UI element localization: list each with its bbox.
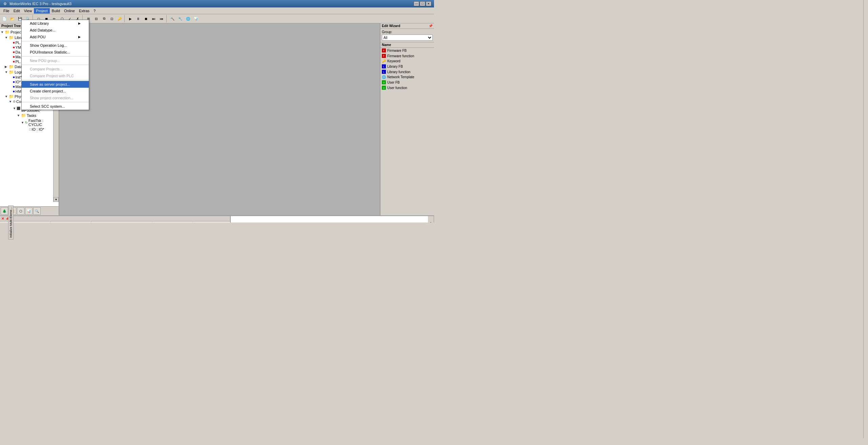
edit-wizard-panel: Edit Wizard 📌 Group: All Name F Firmware…	[380, 23, 434, 215]
expand-icon-res: ▼	[13, 107, 16, 110]
bottom-left-header: ✕ 📌	[0, 216, 230, 221]
bottom-left-close[interactable]: ✕	[1, 217, 4, 220]
toolbar-btn-1[interactable]: 📄	[1, 15, 8, 22]
folder-icon-lg: 📁	[9, 70, 14, 75]
folder-icon-tasks: 📁	[21, 113, 26, 118]
pou-icon-4: ■	[13, 90, 15, 93]
toolbar-btn-16[interactable]: ▶	[127, 15, 134, 22]
panel-tab-1[interactable]: 🌲	[1, 207, 8, 215]
sep-4	[22, 80, 89, 80]
center-panel	[59, 23, 380, 215]
task-icon: ↻	[25, 121, 28, 124]
menu-extras[interactable]: Extras	[77, 8, 91, 14]
io-icon: □	[29, 128, 31, 131]
multi-element-tab[interactable]: Initialize Multi-Eleme...	[8, 206, 14, 222]
minimize-button[interactable]: —	[414, 1, 419, 6]
toolbar-sep-3	[124, 15, 126, 22]
title-bar-controls[interactable]: — □ ✕	[414, 1, 431, 6]
scroll-down-btn[interactable]: ▼	[54, 197, 59, 202]
toolbar-btn-19[interactable]: ⏭	[150, 15, 158, 22]
wizard-group-label: Group:	[382, 30, 433, 34]
wizard-list: F Firmware FB F Firmware function 🔑 Keyw…	[380, 48, 434, 215]
panel-tab-3[interactable]: ⬡	[17, 207, 24, 215]
expand-icon-fast: ▼	[21, 121, 24, 124]
toolbar-btn-22[interactable]: 🔧	[177, 15, 184, 22]
menu-create-client-project[interactable]: Create client project...	[22, 88, 89, 94]
menu-file[interactable]: File	[1, 8, 12, 14]
wizard-item-lib-fb[interactable]: L Library FB	[380, 64, 434, 69]
folder-icon-ph: 📁	[9, 94, 14, 99]
pou-icon-2: ■	[13, 80, 15, 84]
folder-icon-lib: 📁	[9, 35, 14, 40]
expand-icon-cfg: ▼	[9, 100, 12, 103]
col-description: Description	[91, 221, 152, 222]
tree-item-fasttsk[interactable]: ▼ ↻ FastTsk : CYCLIC	[1, 118, 58, 127]
menu-edit[interactable]: Edit	[12, 8, 22, 14]
lib-icon-1: ■	[13, 41, 15, 44]
close-button[interactable]: ✕	[426, 1, 431, 6]
menu-compare-projects[interactable]: Compare Projects...	[22, 66, 89, 72]
title-bar: ⚙ MotionWorks IEC 3 Pro - testsgvault3 —…	[0, 0, 434, 7]
fw-fb-icon: F	[382, 48, 386, 52]
menu-view[interactable]: View	[22, 8, 34, 14]
menu-show-project-connection[interactable]: Show project connection...	[22, 94, 89, 101]
wizard-item-fw-fb[interactable]: F Firmware FB	[380, 48, 434, 53]
toolbar-btn-18[interactable]: ⏹	[142, 15, 150, 22]
wizard-item-fw-func[interactable]: F Firmware function	[380, 53, 434, 59]
toolbar-btn-12[interactable]: ⊟	[92, 15, 100, 22]
menu-pou-statistic[interactable]: POU/Instance Statistic...	[22, 49, 89, 56]
toolbar-btn-15[interactable]: 🔑	[116, 15, 123, 22]
toolbar-btn-14[interactable]: ⊡	[108, 15, 116, 22]
toolbar-btn-2[interactable]: 📂	[8, 15, 16, 22]
panel-tab-4[interactable]: 📊	[25, 207, 33, 215]
wizard-item-lib-func[interactable]: L Library function	[380, 69, 434, 75]
toolbar-btn-24[interactable]: 📊	[192, 15, 200, 22]
fw-func-icon: F	[382, 54, 386, 58]
menu-add-library[interactable]: Add Library ▶	[22, 20, 89, 27]
wizard-item-usr-func[interactable]: U User function	[380, 85, 434, 90]
toolbar-btn-13[interactable]: ⧉	[100, 15, 108, 22]
tree-item-tasks[interactable]: ▼ 📁 Tasks	[1, 113, 58, 118]
expand-icon-dt: ▶	[5, 65, 8, 68]
menu-project[interactable]: Project	[34, 8, 49, 14]
wizard-name-header: Name	[380, 42, 434, 48]
menu-bar: File Edit View Project Build Online Extr…	[0, 7, 434, 14]
menu-add-datatype[interactable]: Add Datatype...	[22, 27, 89, 34]
bottom-right-panel: Message Window ◀ ▶ Build Errors Warnings…	[231, 216, 434, 222]
menu-select-scc[interactable]: Select SCC system...	[22, 103, 89, 110]
wizard-item-net-tmpl[interactable]: 🌐 Network Template	[380, 75, 434, 80]
menu-save-server-project[interactable]: Save as server project...	[22, 81, 89, 88]
menu-add-pou[interactable]: Add POU ▶	[22, 34, 89, 40]
folder-icon: 📁	[5, 30, 10, 35]
toolbar-btn-17[interactable]: ⏸	[135, 15, 142, 22]
bottom-col-headers: Name Type Description Init. value	[0, 221, 230, 222]
panel-tab-5[interactable]: 🔍	[33, 207, 41, 215]
sep-1	[22, 41, 89, 41]
toolbar-btn-20[interactable]: ⏮	[158, 15, 165, 22]
menu-show-operation-log[interactable]: Show Operation Log...	[22, 42, 89, 49]
sep-2	[22, 56, 89, 57]
usr-fb-icon: U	[382, 80, 386, 84]
toolbar-btn-23[interactable]: 🌐	[184, 15, 192, 22]
toolbar-btn-21[interactable]: 🔨	[169, 15, 176, 22]
menu-compare-plc[interactable]: Compare Project with PLC	[22, 72, 89, 79]
title-bar-left: ⚙ MotionWorks IEC 3 Pro - testsgvault3	[3, 1, 71, 6]
maximize-button[interactable]: □	[420, 1, 425, 6]
menu-online[interactable]: Online	[62, 8, 77, 14]
col-type: Type	[51, 221, 91, 222]
wizard-item-keyword[interactable]: 🔑 Keyword	[380, 59, 434, 64]
submenu-arrow: ▶	[78, 22, 81, 25]
tree-item-ioio[interactable]: □ IO : IO*	[1, 127, 58, 132]
menu-help[interactable]: ?	[91, 8, 98, 14]
menu-new-pou-group[interactable]: New POU group...	[22, 57, 89, 64]
wizard-group-select[interactable]: All	[382, 35, 433, 41]
wizard-pin-icon[interactable]: 📌	[429, 24, 433, 28]
col-name: Name	[0, 221, 51, 222]
lib-icon-4: ■	[13, 55, 15, 59]
toolbar-sep-4	[166, 15, 168, 22]
app-icon: ⚙	[3, 1, 7, 6]
wizard-item-usr-fb[interactable]: U User FB	[380, 80, 434, 85]
message-window-label: Message Window	[428, 216, 434, 222]
expand-icon-lg: ▼	[5, 70, 8, 74]
menu-build[interactable]: Build	[50, 8, 62, 14]
